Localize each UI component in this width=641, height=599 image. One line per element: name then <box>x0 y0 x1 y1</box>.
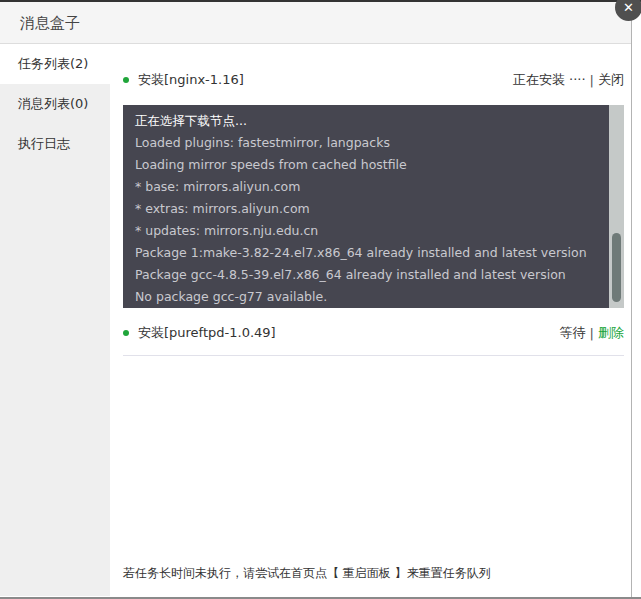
task-row-pureftpd: 安装[pureftpd-1.0.49] 等待 | 删除 <box>123 321 624 345</box>
terminal-line: Loading mirror speeds from cached hostfi… <box>135 154 594 176</box>
dialog-title: 消息盒子 <box>0 2 631 44</box>
terminal-line: No package gcc-g77 available. <box>135 286 594 308</box>
install-log-terminal: 正在选择下载节点... Loaded plugins: fastestmirro… <box>123 105 624 308</box>
terminal-line: * updates: mirrors.nju.edu.cn <box>135 220 594 242</box>
status-separator: | <box>590 73 594 88</box>
sidebar-item-message-list[interactable]: 消息列表(0) <box>0 84 110 124</box>
task-status: 等待 <box>560 324 586 342</box>
task-queue-hint: 若任务长时间未执行，请尝试在首页点【 重启面板 】来重置任务队列 <box>123 565 491 582</box>
terminal-line: Package gcc-4.8.5-39.el7.x86_64 already … <box>135 264 594 286</box>
task-list-divider <box>123 355 624 356</box>
status-dot-icon <box>123 77 129 83</box>
terminal-line: Loaded plugins: fastestmirror, langpacks <box>135 132 594 154</box>
close-icon[interactable]: ✕ <box>615 0 641 21</box>
status-separator: | <box>590 326 594 341</box>
terminal-scrollbar-thumb[interactable] <box>612 233 621 302</box>
task-status: 正在安装 ···· <box>513 71 586 89</box>
terminal-line: 正在选择下载节点... <box>135 110 594 132</box>
dialog-body: 任务列表(2) 消息列表(0) 执行日志 安装[nginx-1.16] 正在安装… <box>0 44 631 596</box>
task-row-nginx: 安装[nginx-1.16] 正在安装 ···· | 关闭 <box>123 68 624 92</box>
close-task-link[interactable]: 关闭 <box>598 71 624 89</box>
task-name: 安装[nginx-1.16] <box>138 71 244 89</box>
task-panel: 安装[nginx-1.16] 正在安装 ···· | 关闭 正在选择下载节点..… <box>110 44 631 596</box>
sidebar: 任务列表(2) 消息列表(0) 执行日志 <box>0 44 110 596</box>
message-box-dialog: 消息盒子 任务列表(2) 消息列表(0) 执行日志 安装[nginx-1.16]… <box>0 2 632 597</box>
sidebar-item-task-list[interactable]: 任务列表(2) <box>0 44 110 84</box>
task-name: 安装[pureftpd-1.0.49] <box>138 324 276 342</box>
terminal-line: Package 1:make-3.82-24.el7.x86_64 alread… <box>135 242 594 264</box>
message-box-window: ✕ 消息盒子 任务列表(2) 消息列表(0) 执行日志 安装[nginx-1.1… <box>0 0 641 599</box>
status-dot-icon <box>123 330 129 336</box>
delete-task-link[interactable]: 删除 <box>598 324 624 342</box>
sidebar-item-exec-log[interactable]: 执行日志 <box>0 124 110 164</box>
terminal-line: * base: mirrors.aliyun.com <box>135 176 594 198</box>
terminal-line: * extras: mirrors.aliyun.com <box>135 198 594 220</box>
terminal-scrollbar[interactable] <box>609 105 624 308</box>
